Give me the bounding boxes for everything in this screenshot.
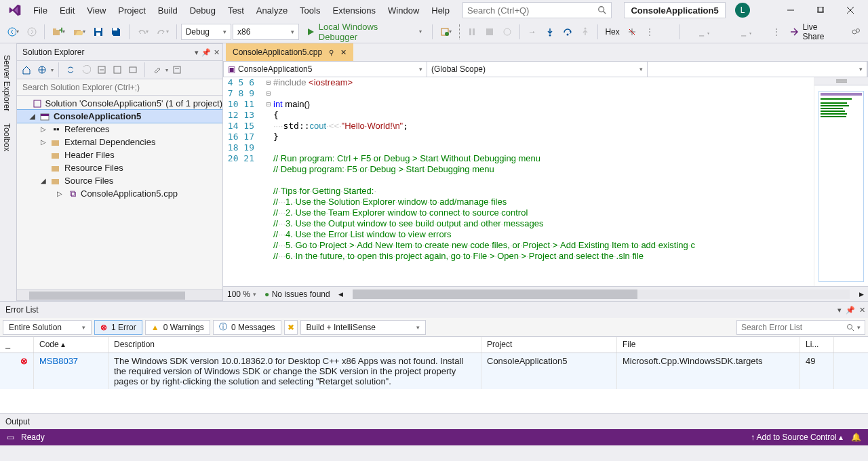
home-icon[interactable] <box>20 63 33 77</box>
toggle-view-icon[interactable] <box>35 63 49 77</box>
view-code-icon[interactable] <box>170 63 184 77</box>
nav-back-button[interactable]: ▾ <box>4 24 22 40</box>
tree-solution-node[interactable]: Solution 'ConsoleApplication5' (1 of 1 p… <box>17 97 222 110</box>
close-icon[interactable]: ✕ <box>214 48 220 57</box>
zoom-combo[interactable]: 100 %▾ <box>227 289 256 299</box>
close-button[interactable] <box>835 0 865 20</box>
stack-frame-combo[interactable]: ⎯ ▾ <box>684 24 725 40</box>
minimap[interactable] <box>814 77 868 286</box>
hex-toggle[interactable]: Hex <box>602 24 623 40</box>
close-icon[interactable]: ✕ <box>340 48 347 57</box>
user-avatar[interactable]: L <box>735 3 750 18</box>
show-all-icon[interactable] <box>111 63 124 77</box>
pause-button[interactable] <box>464 24 480 40</box>
toolbox-tab[interactable]: Toolbox <box>0 117 16 157</box>
stop-button[interactable] <box>481 24 498 40</box>
error-row[interactable]: ⊗ MSB8037 The Windows SDK version 10.0.1… <box>0 353 868 389</box>
warnings-filter[interactable]: ▲0 Warnings <box>145 320 210 335</box>
menu-file[interactable]: File <box>27 3 54 18</box>
pin-icon[interactable]: 📌 <box>201 48 211 57</box>
menu-edit[interactable]: Edit <box>54 3 81 18</box>
close-icon[interactable]: ✕ <box>859 306 865 315</box>
config-combo[interactable]: Debug▾ <box>181 24 231 40</box>
undo-button[interactable]: ▾ <box>134 24 152 40</box>
errors-filter[interactable]: ⊗1 Error <box>94 320 142 335</box>
menu-project[interactable]: Project <box>112 3 151 18</box>
menu-tools[interactable]: Tools <box>294 3 326 18</box>
build-intellisense-combo[interactable]: Build + IntelliSense▾ <box>300 320 426 335</box>
sync-icon[interactable] <box>64 63 77 77</box>
error-list-search-input[interactable] <box>741 323 846 332</box>
toggle-button[interactable] <box>624 24 640 40</box>
error-list-search[interactable]: ▾ <box>736 320 865 335</box>
save-button[interactable] <box>90 24 106 40</box>
scope-global-combo[interactable]: (Global Scope)▾ <box>427 62 648 77</box>
show-next-statement-button[interactable]: → <box>524 24 540 40</box>
error-list-header[interactable]: ⎯ Code ▴ Description Project File Li... <box>0 337 868 353</box>
menu-view[interactable]: View <box>81 3 112 18</box>
dropdown-icon[interactable]: ▾ <box>837 306 842 315</box>
solution-explorer-search[interactable] <box>17 79 222 96</box>
solution-explorer-scrollbar[interactable] <box>17 289 222 300</box>
dropdown-icon[interactable]: ▾ <box>195 48 199 57</box>
collapse-icon[interactable] <box>95 63 108 77</box>
properties-icon[interactable] <box>150 63 163 77</box>
quick-launch-input[interactable] <box>467 5 607 16</box>
attach-debugger-button[interactable]: ▾ <box>437 24 455 40</box>
menu-analyze[interactable]: Analyze <box>250 3 294 18</box>
more-button[interactable]: ⋮ <box>642 24 658 40</box>
menu-help[interactable]: Help <box>425 3 456 18</box>
open-file-button[interactable]: ▾ <box>70 24 88 40</box>
maximize-button[interactable] <box>806 0 835 20</box>
menu-test[interactable]: Test <box>222 3 250 18</box>
platform-combo[interactable]: x86▾ <box>233 24 299 40</box>
restart-button[interactable] <box>499 24 515 40</box>
thread-combo[interactable]: ⎯ ▾ <box>726 24 767 40</box>
step-into-button[interactable] <box>542 24 558 40</box>
fold-column[interactable]: ⊟ ⊟ ⊟ <box>264 77 273 286</box>
quick-launch-search[interactable] <box>462 2 612 18</box>
tree-project-node[interactable]: ◢ConsoleApplication5 <box>17 110 222 123</box>
menu-window[interactable]: Window <box>382 3 425 18</box>
pin-icon[interactable]: ⚲ <box>329 49 334 56</box>
menu-debug[interactable]: Debug <box>184 3 222 18</box>
solution-tree[interactable]: Solution 'ConsoleApplication5' (1 of 1 p… <box>17 96 222 289</box>
redo-button[interactable]: ▾ <box>153 24 172 40</box>
tree-source-files[interactable]: ◢Source Files <box>17 174 222 187</box>
scope-project-combo[interactable]: ▣ConsoleApplication5▾ <box>224 62 427 77</box>
more2-button[interactable]: ⋮ <box>768 24 785 40</box>
minimize-button[interactable] <box>776 0 806 20</box>
tree-external-deps[interactable]: ▷External Dependencies <box>17 136 222 148</box>
preview-icon[interactable] <box>126 63 140 77</box>
tree-resource-files[interactable]: Resource Files <box>17 161 222 174</box>
split-handle-icon[interactable] <box>814 77 868 85</box>
output-panel-tab[interactable]: Output <box>0 413 868 429</box>
refresh-icon[interactable] <box>79 63 93 77</box>
document-tab-active[interactable]: ConsoleApplication5.cpp ⚲ ✕ <box>226 43 353 61</box>
menu-extensions[interactable]: Extensions <box>326 3 382 18</box>
feedback-button[interactable] <box>848 24 864 40</box>
save-all-button[interactable] <box>108 24 125 40</box>
add-source-control-button[interactable]: ↑ Add to Source Control ▴ <box>751 433 843 442</box>
tree-references[interactable]: ▷▪▪References <box>17 123 222 136</box>
tree-header-files[interactable]: Header Files <box>17 148 222 161</box>
error-code-link[interactable]: MSB8037 <box>39 356 78 366</box>
tree-cpp-file[interactable]: ▷⧉ConsoleApplication5.cpp <box>17 187 222 200</box>
pin-icon[interactable]: 📌 <box>846 306 855 315</box>
code-editor[interactable]: #include <iostream> int main() { ····std… <box>273 77 814 286</box>
notifications-icon[interactable]: 🔔 <box>851 433 861 442</box>
horizontal-scrollbar[interactable]: ◀▶ <box>338 289 864 299</box>
error-scope-combo[interactable]: Entire Solution▾ <box>3 320 92 335</box>
start-debugging-button[interactable]: Local Windows Debugger ▾ <box>300 24 427 40</box>
clear-filter-button[interactable]: ✖ <box>284 320 298 335</box>
nav-fwd-button[interactable] <box>24 24 40 40</box>
step-out-button[interactable] <box>577 24 593 40</box>
solution-explorer-search-input[interactable] <box>17 79 222 95</box>
step-over-button[interactable] <box>559 24 576 40</box>
issues-indicator[interactable]: ● No issues found <box>264 289 330 299</box>
menu-build[interactable]: Build <box>152 3 184 18</box>
scope-member-combo[interactable]: ▾ <box>648 62 868 77</box>
new-project-button[interactable]: ✚▾ <box>49 24 68 40</box>
server-explorer-tab[interactable]: Server Explorer <box>0 49 16 117</box>
messages-filter[interactable]: ⓘ0 Messages <box>213 320 281 335</box>
